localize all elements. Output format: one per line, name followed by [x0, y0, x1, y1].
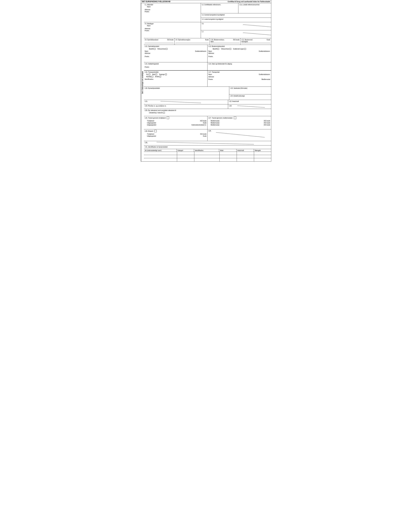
i30-diagonal — [151, 141, 259, 145]
cell-i31-label: I.31. Identifikation af dyr/produkter — [144, 145, 271, 149]
cell-i8: I.8. Oprindelsesland ISO-kode — [144, 38, 175, 45]
i26-kode: Kode — [203, 122, 206, 124]
i12-virksomhed-checkbox[interactable] — [166, 48, 167, 50]
i14-postnr: Postnr. — [145, 66, 207, 68]
i16-koretoj-checkbox[interactable] — [152, 76, 153, 77]
i27-iso1: ISO-kode — [264, 120, 270, 122]
cell-i3: I.3. Central kompetent myndighed — [201, 13, 271, 18]
cell-i2a: I.2.a. Lokalt referencenummer — [238, 3, 271, 13]
i31-r2-c1 — [144, 155, 177, 158]
row-i2-i2a: I.2. Certifikatets referencenr. I.2.a. L… — [201, 3, 271, 13]
i31-r2-c4 — [220, 155, 237, 158]
right-stack-7: I.19. Varekode (KN-kode) I.20. Antal/bru… — [229, 87, 271, 100]
cell-i15: I.15. Dato og klokkeslæt for afgang — [207, 62, 271, 70]
i12-label: I.12. Oprindelsessted — [145, 45, 207, 47]
cell-i10: I.10. Bestemmelses- land ISO-kode — [210, 38, 240, 45]
i31-r3-c4 — [220, 158, 237, 162]
cell-i12: I.12. Oprindelsessted Bedrift Virksomhed… — [144, 45, 208, 62]
i11-label: I.11. Bestemmel- sesregion — [241, 39, 253, 42]
cell-i14: I.14. Indladningssted Postnr. — [144, 62, 208, 70]
i13-virksomhed-item: Virksomhed — [221, 48, 231, 50]
i5-label: I.5. Modtager — [145, 23, 200, 25]
i16-andet-checkbox[interactable] — [159, 76, 161, 77]
i31-r1-c3 — [194, 152, 220, 155]
document-page: DET EUROPÆISKE FÆLLESSKAB Certifikat til… — [141, 0, 271, 162]
i2a-label: I.2.a. Lokalt referencenummer — [239, 4, 270, 6]
i17-adresse: Adresse — [208, 76, 270, 77]
i26-graense: Grænsekontrolsted nr. — [191, 124, 206, 126]
i31-table-header: Art (videnskabeligt navn) Kategori Ident… — [144, 149, 271, 152]
i8-underline — [145, 43, 174, 43]
cell-i29: I.29. — [207, 129, 271, 141]
i16-fly-checkbox[interactable] — [149, 74, 150, 75]
section-9: I.23. Plombe nr. og container nr. I.24. — [144, 104, 271, 109]
section-12: I.28. Eksport Tredjeland ISO-kode Udgang… — [144, 129, 271, 141]
cell-i16: I.16. Transportmidler Fly Skib Togvogn — [144, 71, 208, 86]
i12-bedrift-label: Bedrift — [149, 48, 153, 50]
i26-checkbox[interactable] — [167, 117, 169, 119]
i31-r1-c4 — [220, 152, 237, 155]
side-label: Del I: Oplysninger om sendingen — [141, 3, 144, 162]
i16-skib-item: Skib — [152, 74, 157, 75]
cell-i7: I.7. — [201, 30, 271, 38]
i31-r2-c5 — [237, 155, 254, 158]
i28-checkbox[interactable] — [154, 130, 157, 132]
i31-r2-c3 — [194, 155, 220, 158]
section-3: I.8. Oprindelsesland ISO-kode I.9. Oprin… — [144, 38, 271, 45]
i13-bedrift-label: Bedrift — [213, 48, 217, 50]
i25-udsaetning-label: Udsætning i naturen — [149, 112, 163, 114]
i13-godkendt-label: Godkendt organ — [233, 48, 244, 50]
i27-ms3: Medlemsstat — [211, 124, 219, 126]
i10-iso: ISO-kode — [233, 39, 239, 42]
i16-andet-label: Andet — [155, 76, 159, 77]
cell-i17: I.17. Transportør Navn Godkendelsesnr. A… — [207, 71, 271, 86]
i16-togvogn-label: Togvogn — [159, 74, 165, 75]
eu-title: DET EUROPÆISKE FÆLLESSKAB — [142, 0, 170, 3]
i13-virksomhed-checkbox[interactable] — [230, 48, 231, 50]
i31-label: I.31. Identifikation af dyr/produkter — [145, 146, 270, 148]
i15-label: I.15. Dato og klokkeslæt for afgang — [208, 63, 270, 65]
i18-label: I.18. Dyreart/produkter — [145, 87, 228, 89]
i9-kode: Kode — [205, 39, 209, 41]
i13-godkendt-checkbox[interactable] — [244, 48, 246, 50]
i27-checkbox[interactable] — [234, 117, 236, 119]
cell-i27: I.27. Transit gennem medlemsstater Medle… — [207, 116, 271, 129]
i16-skib-checkbox[interactable] — [156, 74, 157, 75]
i11-underline — [241, 43, 270, 43]
i17-navn: Navn — [208, 74, 212, 75]
i5-navn: Navn — [147, 25, 200, 27]
i12-godkendelsesnr: Godkendelsesnr. — [195, 50, 206, 52]
i12-bedrift-checkbox[interactable] — [154, 48, 156, 50]
i11-kode: Kode — [267, 39, 270, 42]
i31-r2-c2 — [177, 155, 194, 158]
i31-col2-header: Kategori — [177, 149, 194, 152]
i12-virksomhed-item: Virksomhed — [157, 48, 167, 50]
i12-adresse: Adresse — [145, 52, 207, 54]
i31-data-row-1 — [144, 152, 271, 155]
i13-adresse: Adresse — [208, 52, 270, 54]
cell-i13: I.13. Bestemmelsessted Bedrift Virksomhe… — [207, 45, 271, 62]
i28-udgangssted: Udgangssted — [147, 135, 156, 137]
cell-i11: I.11. Bestemmel- sesregion Kode — [240, 38, 271, 45]
i8-label: I.8. Oprindelsesland — [145, 39, 158, 41]
i13-godkendt-item: Godkendt organ — [233, 48, 246, 50]
i27-ms2: Medlemsstat — [211, 122, 219, 124]
i16-skib-label: Skib — [152, 74, 155, 75]
i12-postnr: Postnr. — [145, 56, 207, 57]
i25-label: I.25. Dyr attesteret som/ produkter atte… — [145, 109, 270, 111]
cell-i28: I.28. Eksport Tredjeland ISO-kode Udgang… — [144, 129, 208, 141]
i17-postnr: Postnr. — [208, 78, 213, 80]
i25-udsaetning-checkbox[interactable] — [163, 112, 165, 114]
cell-i22: I.22. Antal kolli — [228, 100, 271, 104]
i16-identification: Identification: — [145, 78, 207, 80]
i12-bedrift-item: Bedrift — [149, 48, 156, 50]
cell-i20: I.20. Antal/bruttovægt — [229, 95, 271, 100]
i31-col5-header: Antal kolli — [236, 149, 254, 152]
cell-i21: I.21. — [144, 100, 228, 104]
i27-iso3: ISO-kode — [264, 124, 270, 126]
i21-label: I.21. — [145, 101, 227, 102]
i31-r3-c6 — [254, 158, 271, 162]
i16-togvogn-checkbox[interactable] — [165, 74, 167, 75]
i13-bedrift-checkbox[interactable] — [217, 48, 219, 50]
i26-tredjeland: Tredjeland — [147, 120, 154, 122]
